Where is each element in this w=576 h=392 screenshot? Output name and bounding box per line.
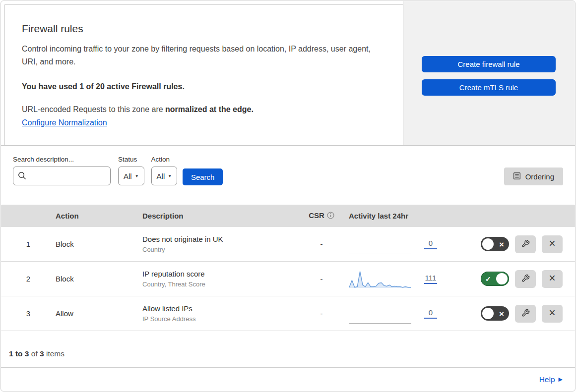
rule-priority: 2 xyxy=(1,275,56,283)
rule-activity-cell: 111 xyxy=(349,269,460,289)
rule-priority: 1 xyxy=(1,240,56,248)
ordering-button[interactable]: Ordering xyxy=(504,168,563,185)
toggle-knob xyxy=(496,273,508,284)
help-arrow-icon: ▶ xyxy=(559,376,563,383)
chevron-down-icon: ▼ xyxy=(135,174,139,178)
help-link[interactable]: Help▶ xyxy=(539,375,563,384)
normalization-bold: normalized at the edge. xyxy=(165,105,254,113)
rule-description-cell: Does not originate in UK Country xyxy=(142,235,294,253)
rule-description-cell: Allow listed IPs IP Source Address xyxy=(142,304,294,323)
page-header-section: Create firewall rule Create mTLS rule Fi… xyxy=(1,1,575,146)
rule-controls: ×✓ × xyxy=(460,270,575,288)
rule-csr: - xyxy=(294,309,349,318)
activity-column-header: Activity last 24hr xyxy=(349,212,460,220)
rule-action: Block xyxy=(56,240,142,248)
activity-sparkline xyxy=(349,269,411,289)
pagination-range: 1 to 3 xyxy=(9,349,29,358)
wrench-icon xyxy=(521,274,530,284)
page-description: Control incoming traffic to your zone by… xyxy=(22,43,379,68)
search-input[interactable] xyxy=(13,167,111,185)
header-actions-panel: Create firewall rule Create mTLS rule xyxy=(403,1,575,145)
table-row: 3 Allow Allow listed IPs IP Source Addre… xyxy=(1,296,575,331)
action-value: All xyxy=(157,172,165,180)
csr-header-label: CSR xyxy=(309,211,324,220)
status-filter-group: Status All▼ xyxy=(118,156,144,185)
edit-rule-button[interactable] xyxy=(515,235,536,253)
rule-description-cell: IP reputation score Country, Threat Scor… xyxy=(142,270,294,288)
create-firewall-rule-button[interactable]: Create firewall rule xyxy=(422,56,556,72)
pagination-total: 3 xyxy=(40,349,44,358)
activity-count-link[interactable]: 0 xyxy=(424,308,437,319)
edit-rule-button[interactable] xyxy=(515,305,536,323)
rule-enabled-toggle[interactable]: ×✓ xyxy=(481,306,509,321)
rule-controls: ×✓ × xyxy=(460,305,575,323)
normalization-text: URL-encoded Requests to this zone are xyxy=(22,105,165,113)
csr-column-header: CSR xyxy=(294,211,349,221)
pagination-items: items xyxy=(44,349,64,358)
rule-action: Block xyxy=(56,275,142,283)
rule-enabled-toggle[interactable]: ×✓ xyxy=(481,272,509,286)
action-dropdown[interactable]: All▼ xyxy=(151,167,178,185)
activity-count-link[interactable]: 111 xyxy=(424,274,437,284)
close-icon: × xyxy=(549,273,555,284)
firewall-rules-page: Create firewall rule Create mTLS rule Fi… xyxy=(0,0,576,392)
search-label: Search description... xyxy=(13,156,111,163)
rule-controls: ×✓ × xyxy=(460,235,575,253)
ordering-button-label: Ordering xyxy=(525,172,554,181)
wrench-icon xyxy=(521,239,530,249)
pagination-of: of xyxy=(29,349,40,358)
toggle-knob xyxy=(482,238,494,250)
info-icon[interactable] xyxy=(327,212,334,221)
filter-bar: Search description... Status All▼ Action… xyxy=(1,146,575,205)
status-label: Status xyxy=(118,156,144,163)
search-group: Search description... xyxy=(13,156,111,185)
rule-title: Allow listed IPs xyxy=(142,304,294,313)
rule-csr: - xyxy=(294,240,349,248)
search-button[interactable]: Search xyxy=(183,168,223,185)
action-filter-group: Action All▼ xyxy=(151,156,178,185)
activity-sparkline-flat xyxy=(349,234,411,254)
table-row: 2 Block IP reputation score Country, Thr… xyxy=(1,262,575,296)
activity-count-link[interactable]: 0 xyxy=(424,239,437,249)
toggle-knob xyxy=(482,308,494,319)
close-icon: × xyxy=(549,238,555,249)
search-icon xyxy=(18,171,26,182)
status-value: All xyxy=(124,172,132,180)
rule-priority: 3 xyxy=(1,309,56,318)
intro-card: Firewall rules Control incoming traffic … xyxy=(4,4,403,145)
create-mtls-rule-button[interactable]: Create mTLS rule xyxy=(422,79,556,96)
rule-title: IP reputation score xyxy=(142,270,294,278)
delete-rule-button[interactable]: × xyxy=(542,270,563,288)
delete-rule-button[interactable]: × xyxy=(542,305,563,323)
status-dropdown[interactable]: All▼ xyxy=(118,167,144,185)
description-column-header: Description xyxy=(142,212,294,220)
rule-activity-cell: 0 xyxy=(349,234,460,254)
normalization-note: URL-encoded Requests to this zone are no… xyxy=(22,105,385,114)
toggle-x-icon: × xyxy=(499,240,504,248)
rule-enabled-toggle[interactable]: ×✓ xyxy=(481,237,509,251)
action-label: Action xyxy=(151,156,178,163)
ordering-list-icon xyxy=(513,172,521,181)
page-title: Firewall rules xyxy=(22,23,385,35)
configure-normalization-link[interactable]: Configure Normalization xyxy=(22,118,107,127)
rule-fields: Country xyxy=(142,246,294,253)
rule-title: Does not originate in UK xyxy=(142,235,294,243)
rule-fields: Country, Threat Score xyxy=(142,280,294,288)
table-row: 1 Block Does not originate in UK Country… xyxy=(1,227,575,262)
wrench-icon xyxy=(521,309,530,319)
toggle-x-icon: × xyxy=(499,309,504,318)
action-column-header: Action xyxy=(56,212,142,220)
chevron-down-icon: ▼ xyxy=(168,174,172,178)
edit-rule-button[interactable] xyxy=(515,270,536,288)
usage-summary: You have used 1 of 20 active Firewall ru… xyxy=(22,82,385,91)
close-icon: × xyxy=(549,307,555,319)
rule-action: Allow xyxy=(56,309,142,318)
rule-csr: - xyxy=(294,275,349,283)
rule-activity-cell: 0 xyxy=(349,304,460,324)
delete-rule-button[interactable]: × xyxy=(542,235,563,253)
help-bar: Help▶ xyxy=(1,367,575,391)
toggle-check-icon: ✓ xyxy=(485,275,491,283)
activity-sparkline-flat xyxy=(349,304,411,324)
pagination-summary: 1 to 3 of 3 items xyxy=(1,331,575,367)
rule-fields: IP Source Address xyxy=(142,315,294,323)
